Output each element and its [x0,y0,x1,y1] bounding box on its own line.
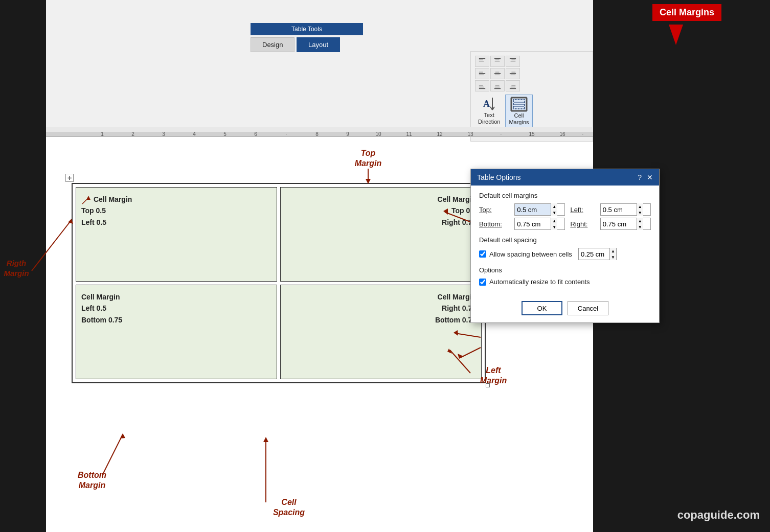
svg-rect-23 [495,87,500,87]
top-margin-input[interactable] [515,204,551,215]
allow-spacing-checkbox[interactable] [479,250,486,258]
svg-rect-15 [510,73,516,74]
svg-text:6: 6 [254,131,257,137]
svg-text:2: 2 [131,131,134,137]
right-margin-label: Right: [570,220,595,228]
dialog-titlebar: Table Options ? ✕ [471,169,659,186]
cancel-button[interactable]: Cancel [568,301,608,315]
svg-rect-10 [479,72,483,73]
svg-text:16: 16 [559,131,565,137]
spacing-up[interactable]: ▲ [610,248,616,254]
cell-tl-arrow [81,194,92,205]
svg-text:12: 12 [437,131,443,137]
svg-rect-3 [494,58,501,59]
auto-resize-checkbox[interactable] [479,279,486,286]
align-top-center[interactable] [490,56,505,67]
align-middle-right[interactable] [506,68,520,79]
svg-rect-19 [479,85,483,86]
svg-rect-0 [479,58,485,59]
align-middle-left[interactable] [475,68,489,79]
table-cell-bottom-right: Cell Margin Right 0.75 Bottom 0.75 [280,285,482,379]
brand-watermark: copaguide.com [677,508,760,522]
table-move-handle[interactable]: ✛ [65,174,74,182]
svg-text:·: · [286,131,287,137]
spacing-input[interactable] [579,248,609,260]
allow-spacing-checkbox-label[interactable]: Allow spacing between cells [479,250,572,258]
options-label: Options [479,266,651,274]
right-margin-down[interactable]: ▼ [637,224,643,230]
text-direction-button[interactable]: A Text Direction [475,95,503,126]
bottom-margin-input-group: ▲ ▼ [514,218,565,230]
bottom-margin-down[interactable]: ▼ [551,224,557,230]
svg-rect-18 [479,88,485,89]
left-margin-input[interactable] [601,204,637,215]
top-margin-up[interactable]: ▲ [551,203,557,210]
align-bottom-center[interactable] [490,80,505,91]
align-top-left[interactable] [475,56,489,67]
svg-text:5: 5 [223,131,227,137]
svg-rect-12 [494,73,501,74]
auto-resize-checkbox-label[interactable]: Automatically resize to fit contents [479,278,651,286]
svg-rect-14 [495,75,500,75]
svg-rect-13 [495,72,500,73]
align-bottom-left[interactable] [475,80,489,91]
left-margin-input-group: ▲ ▼ [600,203,651,216]
default-cell-margins-section: Default cell margins Top: ▲ ▼ [479,192,651,230]
svg-rect-25 [511,85,515,86]
align-bottom-right[interactable] [506,80,520,91]
cell-margins-badge: Cell Margins [652,4,721,21]
ok-button[interactable]: OK [522,301,562,315]
svg-rect-5 [495,61,500,61]
bottom-margin-label: Bottom: [479,220,509,228]
svg-text:9: 9 [346,131,349,137]
cell-margins-button[interactable]: Cell Margins [505,95,532,127]
dialog-close-button[interactable]: ✕ [647,173,653,181]
default-cell-spacing-label: Default cell spacing [479,236,651,244]
right-margin-up[interactable]: ▲ [637,218,643,224]
ruler: 1 2 3 4 5 6 · 8 9 10 11 12 13 · 15 16 · [46,127,593,137]
svg-rect-8 [511,61,516,61]
word-table-container: ✛ Cell Margin Top 0.5 Left 0.5 [72,183,486,383]
right-margin-input[interactable] [601,218,637,229]
top-margin-input-group: ▲ ▼ [514,203,565,216]
svg-text:·: · [582,131,584,137]
svg-rect-2 [479,61,484,61]
svg-rect-24 [510,88,516,89]
svg-rect-16 [511,72,515,73]
word-table: Cell Margin Top 0.5 Left 0.5 Cell Margin… [72,183,486,383]
svg-text:8: 8 [315,131,319,137]
tab-layout[interactable]: Layout [297,37,340,52]
dialog-help-button[interactable]: ? [638,173,642,181]
svg-text:10: 10 [375,131,381,137]
align-top-right[interactable] [506,56,520,67]
options-section: Options Automatically resize to fit cont… [479,266,651,286]
svg-rect-7 [511,60,515,60]
svg-rect-1 [479,60,483,60]
svg-rect-21 [494,88,501,89]
table-options-dialog: Table Options ? ✕ Default cell margins [470,169,660,323]
svg-marker-60 [86,196,90,200]
svg-rect-41 [46,127,593,132]
spacing-input-group: ▲ ▼ [578,248,617,260]
align-middle-center[interactable] [490,68,505,79]
left-margin-up[interactable]: ▲ [637,203,643,210]
spacing-down[interactable]: ▼ [610,254,616,260]
tab-design[interactable]: Design [251,37,295,52]
top-margin-down[interactable]: ▼ [551,210,557,216]
bottom-margin-up[interactable]: ▲ [551,218,557,224]
svg-text:3: 3 [162,131,165,137]
svg-rect-4 [495,60,500,60]
table-cell-top-right: Cell Margin Top 0.5 Right 0.75 [280,187,482,282]
left-margin-down[interactable]: ▼ [637,210,643,216]
table-cell-bottom-left: Cell Margin Left 0.5 Bottom 0.75 [76,285,277,379]
svg-rect-22 [495,85,500,86]
table-tools-tab: Table Tools [251,23,363,35]
cell-margins-arrow [669,25,683,45]
bottom-margin-input[interactable] [515,218,551,229]
default-cell-spacing-section: Default cell spacing Allow spacing betwe… [479,236,651,260]
default-cell-margins-label: Default cell margins [479,192,651,199]
svg-text:13: 13 [467,131,473,137]
svg-text:1: 1 [101,131,104,137]
svg-text:·: · [501,131,502,137]
svg-text:11: 11 [406,131,412,137]
